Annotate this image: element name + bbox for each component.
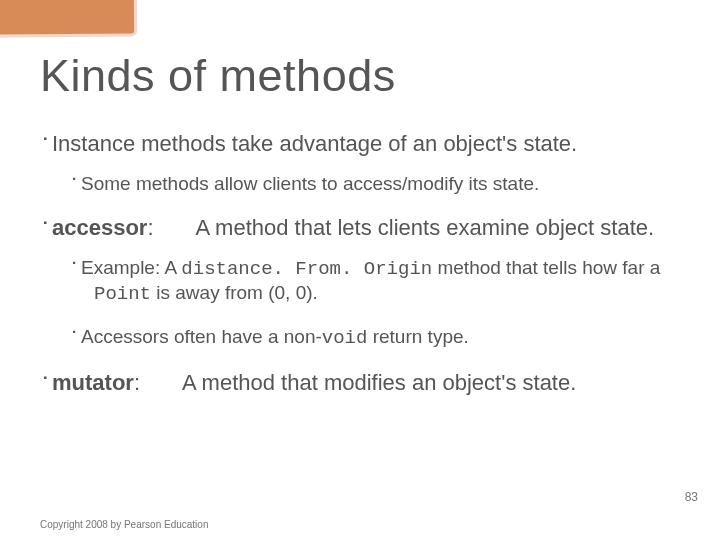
colon: : — [134, 370, 140, 395]
bullet-accessor: ་accessor:A method that lets clients exa… — [40, 214, 690, 242]
bullet-icon: ་ — [40, 133, 50, 155]
example-mid: method that tells how far a — [432, 257, 660, 278]
example-lead: Example: A — [81, 257, 181, 278]
term-mutator: mutator — [52, 370, 134, 395]
footer-copyright: Copyright 2008 by Pearson Education — [40, 519, 208, 530]
page-number: 83 — [685, 490, 698, 504]
return-tail: return type. — [367, 326, 468, 347]
slide-title: Kinds of methods — [40, 50, 690, 102]
subbullet-access-modify: ་Some methods allow clients to access/mo… — [70, 172, 690, 197]
return-lead: Accessors often have a non- — [81, 326, 322, 347]
bullet-icon: ་ — [40, 372, 50, 394]
subbullet-text: Some methods allow clients to access/mod… — [81, 173, 539, 194]
code-point: Point — [94, 283, 151, 305]
colon: : — [147, 215, 153, 240]
slide-body: Kinds of methods ་Instance methods take … — [0, 0, 720, 540]
subbullet-accessor-return: ་Accessors often have a non-void return … — [70, 325, 690, 351]
code-distance: distance. From. Origin — [181, 258, 432, 280]
bullet-instance-methods: ་Instance methods take advantage of an o… — [40, 130, 690, 158]
bullet-mutator: ་mutator:A method that modifies an objec… — [40, 369, 690, 397]
term-accessor: accessor — [52, 215, 147, 240]
bullet-icon: ་ — [70, 258, 79, 278]
bullet-icon: ་ — [70, 174, 79, 194]
bullet-icon: ་ — [70, 327, 79, 347]
mutator-definition: A method that modifies an object's state… — [182, 370, 576, 395]
bullet-text: Instance methods take advantage of an ob… — [52, 131, 577, 156]
subbullet-accessor-example: ་Example: A distance. From. Origin metho… — [70, 256, 690, 307]
accessor-definition: A method that lets clients examine objec… — [196, 215, 655, 240]
code-void: void — [322, 327, 368, 349]
bullet-icon: ་ — [40, 217, 50, 239]
example-tail: is away from (0, 0). — [151, 282, 318, 303]
